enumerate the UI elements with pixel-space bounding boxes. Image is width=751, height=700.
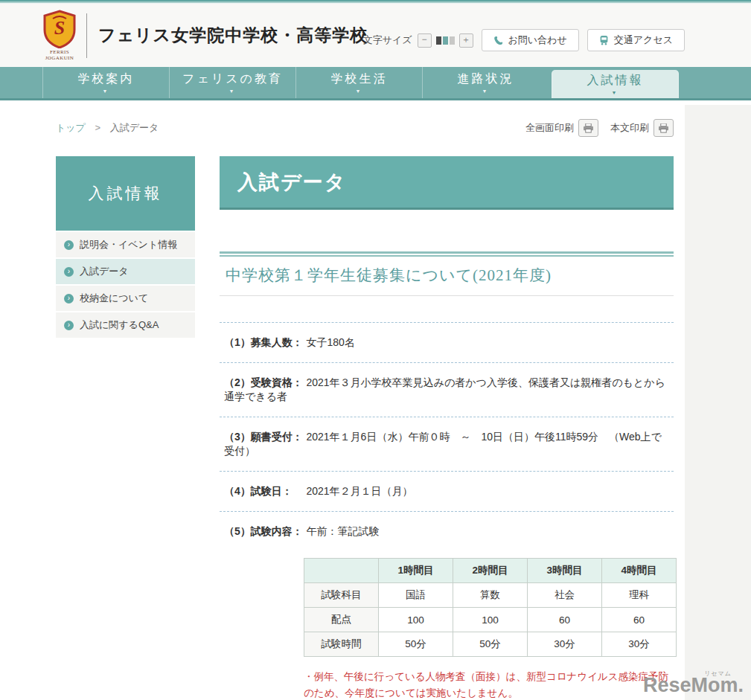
font-size-level-indicator xyxy=(436,36,455,45)
table-cell: 30分 xyxy=(528,632,602,657)
sidebar-item-qa[interactable]: › 入試に関するQ&A xyxy=(56,311,195,338)
sidebar-title: 入試情報 xyxy=(56,156,195,231)
table-cell: 算数 xyxy=(453,583,528,608)
exam-schedule-table: 1時間目 2時間目 3時間目 4時間目 試験科目 国語 算数 社 xyxy=(304,558,677,657)
breadcrumb: トップ > 入試データ xyxy=(56,121,159,135)
chevron-down-icon: ▼ xyxy=(229,89,237,94)
list-item: （4）試験日： 2021年２月１日（月） xyxy=(220,472,674,512)
item-label: （4）試験日： xyxy=(224,485,303,498)
table-header-cell xyxy=(304,559,379,583)
print-body-label: 本文印刷 xyxy=(610,121,649,135)
header-controls: 文字サイズ − ＋ お問い合わせ 交通アクセス xyxy=(363,29,685,51)
chevron-down-icon: ▼ xyxy=(482,89,490,94)
admission-items-list: （1）募集人数： 女子180名 （2）受験資格： 2021年３月小学校卒業見込み… xyxy=(220,322,674,700)
access-button[interactable]: 交通アクセス xyxy=(587,29,685,51)
item-label: （2）受験資格： xyxy=(224,376,303,390)
table-cell: 国語 xyxy=(379,583,453,608)
item-value: 午前：筆記試験 xyxy=(306,525,379,537)
sidebar-item-fees[interactable]: › 校納金について xyxy=(56,284,195,311)
shield-logo-icon: S xyxy=(42,10,77,48)
covid-notice-text: ・例年、午後に行っている人物考査（面接）は、新型コロナウイルス感染症予防のため、… xyxy=(304,669,678,700)
list-item: （5）試験内容： 午前：筆記試験 1時間目 2時間目 3時間目 4時間目 xyxy=(220,512,674,700)
table-cell: 60 xyxy=(602,608,677,632)
table-cell: 社会 xyxy=(528,583,602,608)
item-label: （3）願書受付： xyxy=(224,431,303,444)
print-body-button[interactable] xyxy=(653,119,674,137)
breadcrumb-separator: > xyxy=(95,122,101,133)
list-item: （1）募集人数： 女子180名 xyxy=(220,323,674,363)
breadcrumb-home-link[interactable]: トップ xyxy=(56,122,86,133)
print-controls: 全画面印刷 本文印刷 xyxy=(525,119,674,137)
main-content: 入試データ 中学校第１学年生徒募集について(2021年度) （1）募集人数： 女… xyxy=(220,156,674,700)
section-heading: 中学校第１学年生徒募集について(2021年度) xyxy=(220,251,674,296)
chevron-down-icon: ▼ xyxy=(612,91,619,96)
table-header-cell: 1時間目 xyxy=(379,559,453,583)
arrow-bullet-icon: › xyxy=(64,294,74,304)
brand-divider xyxy=(86,13,87,58)
font-size-label: 文字サイズ xyxy=(363,33,412,47)
nav-item-admissions[interactable]: 入試情報 ▼ xyxy=(552,70,679,98)
breadcrumb-current: 入試データ xyxy=(110,122,159,133)
item-label: （1）募集人数： xyxy=(224,336,303,350)
site-header: S FERRIS JOGAKUIN フェリス女学院中学校・高等学校 文字サイズ … xyxy=(0,4,751,67)
main-nav: 学校案内 ▼ フェリスの教育 ▼ 学校生活 ▼ 進路状況 ▼ 入試情報 ▼ xyxy=(0,67,751,100)
contact-button[interactable]: お問い合わせ xyxy=(482,29,579,51)
arrow-bullet-icon: › xyxy=(64,321,74,330)
section-title: 中学校第１学年生徒募集について(2021年度) xyxy=(226,265,668,286)
sidebar-item-admission-data[interactable]: › 入試データ xyxy=(56,257,195,284)
exam-table-block: 1時間目 2時間目 3時間目 4時間目 試験科目 国語 算数 社 xyxy=(304,558,669,657)
page-title: 入試データ xyxy=(237,169,346,196)
row-header-cell: 試験時間 xyxy=(304,632,379,657)
train-icon xyxy=(599,35,609,45)
font-size-decrease-button[interactable]: − xyxy=(418,33,432,48)
logo-caption: FERRIS JOGAKUIN xyxy=(41,49,78,61)
svg-text:S: S xyxy=(54,17,65,39)
nav-item-school-guide[interactable]: 学校案内 ▼ xyxy=(42,67,169,98)
phone-icon xyxy=(493,36,503,45)
sidebar-item-events[interactable]: › 説明会・イベント情報 xyxy=(56,231,195,257)
table-row: 試験時間 50分 50分 30分 30分 xyxy=(304,632,677,657)
font-size-increase-button[interactable]: ＋ xyxy=(459,33,473,48)
table-cell: 60 xyxy=(528,608,602,632)
list-item: （3）願書受付： 2021年１月6日（水）午前０時 ～ 10日（日）午後11時5… xyxy=(220,417,674,472)
table-cell: 50分 xyxy=(379,632,453,657)
printer-icon xyxy=(658,123,669,133)
item-value: 女子180名 xyxy=(306,336,354,348)
table-header-cell: 4時間目 xyxy=(602,559,677,583)
table-cell: 30分 xyxy=(602,632,677,657)
list-item: （2）受験資格： 2021年３月小学校卒業見込みの者かつ入学後、保護者又は親権者… xyxy=(220,363,674,417)
item-label: （5）試験内容： xyxy=(224,525,303,539)
table-row: 試験科目 国語 算数 社会 理科 xyxy=(304,583,677,608)
row-header-cell: 試験科目 xyxy=(304,583,379,608)
school-logo: S FERRIS JOGAKUIN xyxy=(41,10,78,61)
nav-item-career[interactable]: 進路状況 ▼ xyxy=(422,67,549,98)
table-cell: 理科 xyxy=(602,583,677,608)
print-fullscreen-button[interactable] xyxy=(578,119,598,137)
table-header-cell: 2時間目 xyxy=(453,559,528,583)
page-title-banner: 入試データ xyxy=(220,156,674,210)
nav-item-education[interactable]: フェリスの教育 ▼ xyxy=(169,67,295,98)
item-value: 2021年２月１日（月） xyxy=(306,485,412,497)
toolbar-row: トップ > 入試データ 全画面印刷 本文印刷 xyxy=(0,119,751,137)
printer-icon xyxy=(583,123,594,133)
print-fullscreen-label: 全画面印刷 xyxy=(525,121,574,135)
row-header-cell: 配点 xyxy=(304,608,379,632)
table-header-cell: 3時間目 xyxy=(528,559,602,583)
chevron-down-icon: ▼ xyxy=(356,89,363,94)
school-name: フェリス女学院中学校・高等学校 xyxy=(98,24,368,47)
table-cell: 50分 xyxy=(453,632,528,657)
table-cell: 100 xyxy=(379,608,453,632)
chevron-down-icon: ▼ xyxy=(103,89,110,94)
brand[interactable]: S FERRIS JOGAKUIN フェリス女学院中学校・高等学校 xyxy=(41,10,368,61)
table-header-row: 1時間目 2時間目 3時間目 4時間目 xyxy=(304,559,677,583)
arrow-bullet-icon: › xyxy=(64,267,74,277)
nav-item-school-life[interactable]: 学校生活 ▼ xyxy=(295,67,422,98)
arrow-bullet-icon: › xyxy=(64,240,74,250)
right-background-strip xyxy=(685,105,751,700)
resemom-watermark: リセマム ReseMom. xyxy=(643,674,744,697)
sidebar: 入試情報 › 説明会・イベント情報 › 入試データ › 校納金について › 入試… xyxy=(56,156,195,338)
table-cell: 100 xyxy=(453,608,528,632)
watermark-ruby: リセマム xyxy=(704,670,732,678)
page: S FERRIS JOGAKUIN フェリス女学院中学校・高等学校 文字サイズ … xyxy=(0,0,751,700)
notes-block: ・例年、午後に行っている人物考査（面接）は、新型コロナウイルス感染症予防のため、… xyxy=(304,669,678,700)
